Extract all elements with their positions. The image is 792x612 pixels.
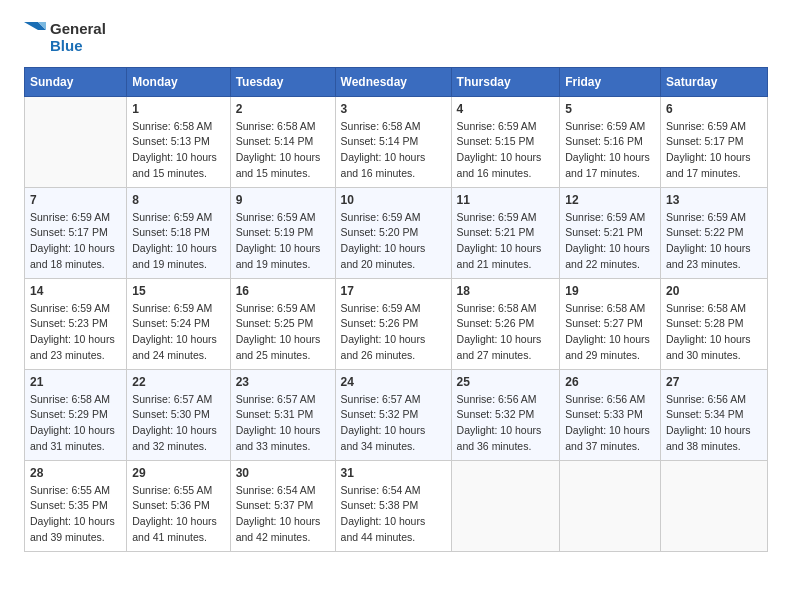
calendar-cell: 25 Sunrise: 6:56 AMSunset: 5:32 PMDaylig… [451,369,560,460]
day-number: 14 [30,284,121,298]
day-number: 24 [341,375,446,389]
calendar-cell: 12 Sunrise: 6:59 AMSunset: 5:21 PMDaylig… [560,187,661,278]
day-number: 11 [457,193,555,207]
logo-text: General Blue [50,20,106,55]
calendar-cell: 23 Sunrise: 6:57 AMSunset: 5:31 PMDaylig… [230,369,335,460]
day-number: 30 [236,466,330,480]
logo: General Blue [24,20,106,55]
day-number: 5 [565,102,655,116]
day-info: Sunrise: 6:56 AMSunset: 5:34 PMDaylight:… [666,392,762,455]
day-info: Sunrise: 6:59 AMSunset: 5:23 PMDaylight:… [30,301,121,364]
day-number: 21 [30,375,121,389]
day-info: Sunrise: 6:54 AMSunset: 5:38 PMDaylight:… [341,483,446,546]
calendar-cell: 17 Sunrise: 6:59 AMSunset: 5:26 PMDaylig… [335,278,451,369]
day-number: 29 [132,466,224,480]
day-number: 20 [666,284,762,298]
calendar-cell [660,460,767,551]
calendar-cell [560,460,661,551]
day-info: Sunrise: 6:58 AMSunset: 5:27 PMDaylight:… [565,301,655,364]
calendar-week-1: 1 Sunrise: 6:58 AMSunset: 5:13 PMDayligh… [25,96,768,187]
logo-line1: General [50,20,106,37]
day-number: 1 [132,102,224,116]
calendar-week-4: 21 Sunrise: 6:58 AMSunset: 5:29 PMDaylig… [25,369,768,460]
header-cell-thursday: Thursday [451,67,560,96]
calendar-cell: 20 Sunrise: 6:58 AMSunset: 5:28 PMDaylig… [660,278,767,369]
page-header: General Blue [24,20,768,55]
day-number: 10 [341,193,446,207]
day-number: 6 [666,102,762,116]
day-number: 22 [132,375,224,389]
calendar-week-3: 14 Sunrise: 6:59 AMSunset: 5:23 PMDaylig… [25,278,768,369]
calendar-cell [25,96,127,187]
header-cell-friday: Friday [560,67,661,96]
calendar-cell: 9 Sunrise: 6:59 AMSunset: 5:19 PMDayligh… [230,187,335,278]
calendar-cell: 8 Sunrise: 6:59 AMSunset: 5:18 PMDayligh… [127,187,230,278]
day-info: Sunrise: 6:58 AMSunset: 5:26 PMDaylight:… [457,301,555,364]
day-info: Sunrise: 6:59 AMSunset: 5:22 PMDaylight:… [666,210,762,273]
day-info: Sunrise: 6:58 AMSunset: 5:13 PMDaylight:… [132,119,224,182]
day-number: 25 [457,375,555,389]
calendar-cell: 29 Sunrise: 6:55 AMSunset: 5:36 PMDaylig… [127,460,230,551]
calendar-week-2: 7 Sunrise: 6:59 AMSunset: 5:17 PMDayligh… [25,187,768,278]
calendar-cell: 30 Sunrise: 6:54 AMSunset: 5:37 PMDaylig… [230,460,335,551]
day-number: 12 [565,193,655,207]
day-info: Sunrise: 6:59 AMSunset: 5:26 PMDaylight:… [341,301,446,364]
day-number: 2 [236,102,330,116]
day-number: 16 [236,284,330,298]
day-number: 19 [565,284,655,298]
day-number: 15 [132,284,224,298]
calendar-cell: 16 Sunrise: 6:59 AMSunset: 5:25 PMDaylig… [230,278,335,369]
day-info: Sunrise: 6:59 AMSunset: 5:21 PMDaylight:… [565,210,655,273]
calendar-cell: 28 Sunrise: 6:55 AMSunset: 5:35 PMDaylig… [25,460,127,551]
calendar-cell: 26 Sunrise: 6:56 AMSunset: 5:33 PMDaylig… [560,369,661,460]
calendar-cell: 18 Sunrise: 6:58 AMSunset: 5:26 PMDaylig… [451,278,560,369]
day-number: 9 [236,193,330,207]
calendar-cell: 10 Sunrise: 6:59 AMSunset: 5:20 PMDaylig… [335,187,451,278]
day-number: 8 [132,193,224,207]
day-info: Sunrise: 6:59 AMSunset: 5:15 PMDaylight:… [457,119,555,182]
day-info: Sunrise: 6:59 AMSunset: 5:17 PMDaylight:… [666,119,762,182]
calendar-cell: 3 Sunrise: 6:58 AMSunset: 5:14 PMDayligh… [335,96,451,187]
day-info: Sunrise: 6:56 AMSunset: 5:33 PMDaylight:… [565,392,655,455]
calendar-cell: 13 Sunrise: 6:59 AMSunset: 5:22 PMDaylig… [660,187,767,278]
calendar-cell: 15 Sunrise: 6:59 AMSunset: 5:24 PMDaylig… [127,278,230,369]
calendar-cell: 4 Sunrise: 6:59 AMSunset: 5:15 PMDayligh… [451,96,560,187]
day-info: Sunrise: 6:57 AMSunset: 5:32 PMDaylight:… [341,392,446,455]
calendar-week-5: 28 Sunrise: 6:55 AMSunset: 5:35 PMDaylig… [25,460,768,551]
logo-line2: Blue [50,37,106,54]
calendar-cell: 14 Sunrise: 6:59 AMSunset: 5:23 PMDaylig… [25,278,127,369]
day-info: Sunrise: 6:58 AMSunset: 5:29 PMDaylight:… [30,392,121,455]
calendar-cell: 5 Sunrise: 6:59 AMSunset: 5:16 PMDayligh… [560,96,661,187]
day-number: 17 [341,284,446,298]
day-info: Sunrise: 6:59 AMSunset: 5:24 PMDaylight:… [132,301,224,364]
day-number: 26 [565,375,655,389]
calendar-cell: 27 Sunrise: 6:56 AMSunset: 5:34 PMDaylig… [660,369,767,460]
calendar-cell: 2 Sunrise: 6:58 AMSunset: 5:14 PMDayligh… [230,96,335,187]
day-info: Sunrise: 6:59 AMSunset: 5:16 PMDaylight:… [565,119,655,182]
day-number: 27 [666,375,762,389]
day-info: Sunrise: 6:55 AMSunset: 5:36 PMDaylight:… [132,483,224,546]
day-number: 18 [457,284,555,298]
calendar-cell: 21 Sunrise: 6:58 AMSunset: 5:29 PMDaylig… [25,369,127,460]
day-info: Sunrise: 6:59 AMSunset: 5:21 PMDaylight:… [457,210,555,273]
calendar-cell: 7 Sunrise: 6:59 AMSunset: 5:17 PMDayligh… [25,187,127,278]
day-info: Sunrise: 6:58 AMSunset: 5:28 PMDaylight:… [666,301,762,364]
header-cell-sunday: Sunday [25,67,127,96]
day-info: Sunrise: 6:57 AMSunset: 5:30 PMDaylight:… [132,392,224,455]
day-number: 4 [457,102,555,116]
calendar-cell [451,460,560,551]
day-info: Sunrise: 6:57 AMSunset: 5:31 PMDaylight:… [236,392,330,455]
day-info: Sunrise: 6:56 AMSunset: 5:32 PMDaylight:… [457,392,555,455]
calendar-body: 1 Sunrise: 6:58 AMSunset: 5:13 PMDayligh… [25,96,768,551]
day-info: Sunrise: 6:58 AMSunset: 5:14 PMDaylight:… [341,119,446,182]
calendar-header: SundayMondayTuesdayWednesdayThursdayFrid… [25,67,768,96]
calendar-cell: 31 Sunrise: 6:54 AMSunset: 5:38 PMDaylig… [335,460,451,551]
header-cell-monday: Monday [127,67,230,96]
calendar-cell: 11 Sunrise: 6:59 AMSunset: 5:21 PMDaylig… [451,187,560,278]
day-number: 23 [236,375,330,389]
calendar-cell: 6 Sunrise: 6:59 AMSunset: 5:17 PMDayligh… [660,96,767,187]
header-cell-tuesday: Tuesday [230,67,335,96]
calendar-table: SundayMondayTuesdayWednesdayThursdayFrid… [24,67,768,552]
day-info: Sunrise: 6:59 AMSunset: 5:17 PMDaylight:… [30,210,121,273]
day-info: Sunrise: 6:54 AMSunset: 5:37 PMDaylight:… [236,483,330,546]
